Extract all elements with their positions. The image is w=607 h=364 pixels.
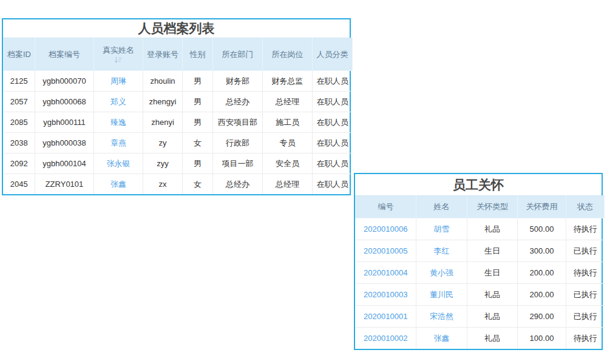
column-header-label: 登录账号 [147, 49, 178, 60]
cell-care-cost: 290.00 [518, 306, 566, 328]
column-header-position: 所在岗位 [263, 38, 313, 71]
cell-category: 在职人员 [313, 71, 353, 92]
cell-gender: 男 [183, 71, 213, 92]
real-name-link[interactable]: 臻逸 [110, 118, 126, 127]
cell-department: 财务部 [213, 71, 263, 92]
cell-care-no: 2020010003 [356, 284, 416, 306]
cell-department: 行政部 [213, 133, 263, 153]
column-header-status: 状态 [566, 196, 605, 218]
cell-login-account: zhenyi [143, 112, 183, 133]
employee-care-title: 员工关怀 [355, 174, 602, 195]
cell-care-type: 礼品 [467, 218, 518, 240]
cell-archive-id: 2092 [4, 153, 35, 174]
table-row: 2125ygbh000070周琳zhoulin男财务部财务总监在职人员 [4, 71, 353, 92]
cell-real-name: 周琳 [94, 71, 143, 92]
cell-care-cost: 200.00 [518, 284, 566, 306]
name-link[interactable]: 胡雪 [434, 224, 450, 234]
cell-archive-no: ZZRY0101 [35, 174, 94, 195]
column-header-category: 人员分类 [313, 38, 353, 71]
care-no-link[interactable]: 2020010002 [364, 334, 407, 343]
table-row: 2045ZZRY0101张鑫zx女总经办总经理在职人员 [4, 174, 353, 195]
cell-care-no: 2020010006 [356, 218, 416, 240]
cell-real-name: 张鑫 [94, 174, 143, 195]
name-link[interactable]: 李红 [434, 246, 450, 255]
column-header-label: 所在部门 [222, 49, 254, 60]
header-row: 编号姓名关怀类型关怀费用状态 [356, 196, 605, 218]
cell-status: 已执行 [566, 240, 605, 262]
cell-position: 安全员 [263, 153, 313, 174]
column-header-archive-no: 档案编号 [35, 38, 94, 71]
cell-care-cost: 500.00 [518, 218, 566, 240]
cell-archive-id: 2085 [4, 112, 35, 133]
column-header-label: 真实姓名 [103, 45, 134, 56]
cell-login-account: zhoulin [143, 71, 183, 92]
cell-care-cost: 300.00 [518, 240, 566, 262]
sort-icon[interactable] [114, 56, 123, 64]
name-link[interactable]: 董川民 [430, 290, 453, 299]
table-row: 2020010002张鑫礼品100.00待执行 [356, 328, 605, 349]
cell-archive-no: ygbh000038 [35, 133, 94, 153]
cell-login-account: zyy [143, 153, 183, 174]
personnel-archive-panel: 人员档案列表 档案ID档案编号真实姓名登录账号性别所在部门所在岗位人员分类 21… [2, 18, 351, 195]
column-header-archive-id: 档案ID [4, 38, 35, 71]
care-no-link[interactable]: 2020010005 [364, 246, 407, 255]
cell-archive-no: ygbh000111 [35, 112, 94, 133]
table-row: 2038ygbh000038章燕zy女行政部专员在职人员 [4, 133, 353, 153]
cell-care-no: 2020010005 [356, 240, 416, 262]
column-header-label: 性别 [190, 49, 206, 60]
cell-real-name: 郑义 [94, 92, 143, 112]
employee-care-table: 编号姓名关怀类型关怀费用状态 2020010006胡雪礼品500.00待执行20… [355, 195, 605, 349]
cell-archive-id: 2045 [4, 174, 35, 195]
cell-status: 待执行 [566, 262, 605, 284]
cell-care-type: 礼品 [467, 284, 518, 306]
cell-department: 总经办 [213, 92, 263, 112]
table-row: 2057ygbh000068郑义zhengyi男总经办总经理在职人员 [4, 92, 353, 112]
personnel-archive-table: 档案ID档案编号真实姓名登录账号性别所在部门所在岗位人员分类 2125ygbh0… [3, 38, 353, 194]
column-header-gender: 性别 [183, 38, 213, 71]
name-link[interactable]: 张鑫 [434, 334, 450, 343]
cell-care-cost: 100.00 [518, 328, 566, 349]
cell-category: 在职人员 [313, 112, 353, 133]
real-name-link[interactable]: 郑义 [110, 97, 126, 106]
real-name-link[interactable]: 张永银 [107, 159, 131, 168]
care-no-link[interactable]: 2020010006 [364, 224, 407, 234]
personnel-archive-title: 人员档案列表 [3, 19, 350, 38]
care-no-link[interactable]: 2020010004 [364, 268, 407, 277]
name-link[interactable]: 黄小强 [430, 268, 453, 277]
cell-login-account: zx [143, 174, 183, 195]
column-header-label: 姓名 [434, 201, 450, 212]
column-header-label: 档案ID [7, 49, 31, 60]
cell-status: 已执行 [566, 284, 605, 306]
cell-department: 项目一部 [213, 153, 263, 174]
cell-care-type: 生日 [467, 240, 518, 262]
cell-name: 张鑫 [416, 328, 467, 349]
real-name-link[interactable]: 周琳 [110, 76, 126, 86]
column-header-real-name[interactable]: 真实姓名 [94, 38, 143, 71]
table-row: 2020010006胡雪礼品500.00待执行 [356, 218, 605, 240]
real-name-link[interactable]: 章燕 [110, 138, 126, 147]
column-header-label: 档案编号 [49, 49, 80, 60]
cell-care-type: 礼品 [467, 306, 518, 328]
care-no-link[interactable]: 2020010001 [364, 312, 407, 321]
header-row: 档案ID档案编号真实姓名登录账号性别所在部门所在岗位人员分类 [4, 38, 353, 71]
column-header-label: 关怀类型 [476, 201, 508, 212]
real-name-link[interactable]: 张鑫 [110, 180, 126, 189]
name-link[interactable]: 宋浩然 [430, 312, 453, 321]
cell-care-no: 2020010004 [356, 262, 416, 284]
column-header-care-cost: 关怀费用 [518, 196, 566, 218]
cell-care-type: 礼品 [467, 328, 518, 349]
column-header-label: 所在岗位 [272, 49, 304, 60]
cell-real-name: 章燕 [94, 133, 143, 153]
cell-care-cost: 200.00 [518, 262, 566, 284]
cell-archive-id: 2057 [4, 92, 35, 112]
cell-gender: 女 [183, 133, 213, 153]
care-no-link[interactable]: 2020010003 [364, 290, 407, 299]
cell-name: 董川民 [416, 284, 467, 306]
cell-archive-no: ygbh000070 [35, 71, 94, 92]
column-header-label: 编号 [378, 201, 394, 212]
cell-archive-id: 2038 [4, 133, 35, 153]
column-header-label: 状态 [577, 201, 593, 212]
column-header-name: 姓名 [416, 196, 467, 218]
cell-position: 总经理 [263, 92, 313, 112]
cell-category: 在职人员 [313, 92, 353, 112]
